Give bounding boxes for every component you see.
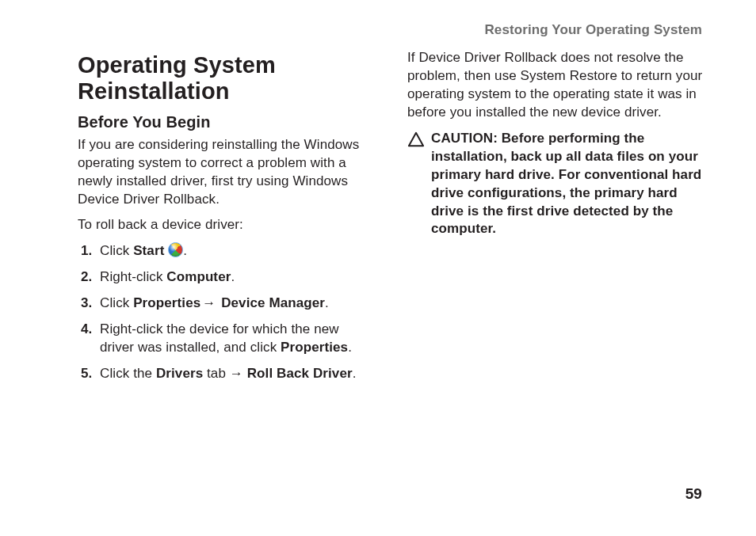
step-3: Click Properties→ Device Manager. bbox=[92, 295, 374, 313]
step-text: Click bbox=[100, 295, 133, 310]
intro-paragraph: If you are considering reinstalling the … bbox=[78, 136, 374, 209]
arrow-icon: → bbox=[200, 295, 221, 310]
step-bold: Roll Back Driver bbox=[247, 366, 353, 381]
step-bold: Computer bbox=[166, 269, 231, 284]
step-text: Right-click bbox=[100, 269, 166, 284]
caution-text: CAUTION: Before performing the installat… bbox=[431, 130, 704, 239]
step-text: . bbox=[325, 295, 329, 310]
steps-leadin: To roll back a device driver: bbox=[78, 216, 374, 234]
page-number: 59 bbox=[685, 485, 702, 503]
column-right: If Device Driver Rollback does not resol… bbox=[407, 49, 704, 391]
running-head: Restoring Your Operating System bbox=[484, 22, 702, 38]
step-text: . bbox=[348, 340, 352, 355]
step-bold: Start bbox=[133, 243, 164, 258]
body-columns: Operating System Reinstallation Before Y… bbox=[78, 49, 704, 391]
section-title: Operating System Reinstallation bbox=[78, 52, 374, 105]
step-text: Click the bbox=[100, 366, 156, 381]
right-paragraph: If Device Driver Rollback does not resol… bbox=[407, 49, 704, 122]
step-4: Right-click the device for which the new… bbox=[92, 321, 374, 357]
step-text: Click bbox=[100, 243, 133, 258]
caution-triangle-icon bbox=[407, 131, 425, 150]
step-2: Right-click Computer. bbox=[92, 268, 374, 287]
step-5: Click the Drivers tab → Roll Back Driver… bbox=[92, 365, 374, 383]
column-left: Operating System Reinstallation Before Y… bbox=[78, 49, 374, 391]
step-bold: Drivers bbox=[156, 366, 203, 381]
step-bold: Properties bbox=[281, 340, 348, 355]
steps-list: Click Start . Right-click Computer. Clic… bbox=[78, 242, 374, 383]
caution-block: CAUTION: Before performing the installat… bbox=[407, 130, 704, 239]
step-text: . bbox=[353, 366, 357, 381]
step-bold: Device Manager bbox=[221, 295, 325, 310]
start-orb-icon bbox=[168, 242, 183, 257]
step-text: tab → bbox=[203, 366, 247, 381]
step-bold: Properties bbox=[133, 295, 200, 310]
step-text: . bbox=[183, 243, 187, 258]
step-1: Click Start . bbox=[92, 242, 374, 260]
page: Restoring Your Operating System Operatin… bbox=[0, 0, 756, 536]
section-subhead: Before You Begin bbox=[78, 113, 374, 131]
step-text: . bbox=[231, 269, 235, 284]
